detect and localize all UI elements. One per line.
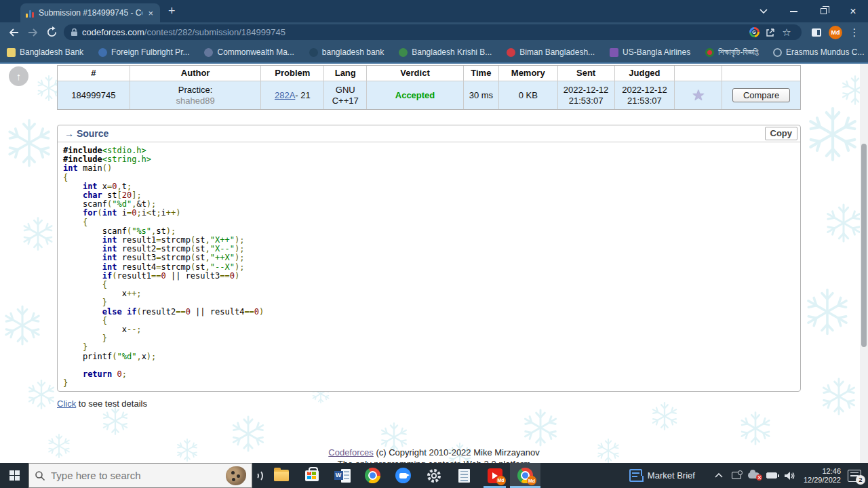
- code-line: char st[20];: [63, 191, 795, 200]
- snowflake-icon: [20, 216, 56, 254]
- action-center-icon[interactable]: 2: [848, 470, 861, 482]
- code-line: {: [63, 174, 795, 182]
- footer-codeforces-link[interactable]: Codeforces: [328, 447, 373, 458]
- bookmark-label: শিক্ষাবৃত্তি-বিজ্ঞপ্তি: [718, 47, 758, 57]
- table-header-cell: Problem: [260, 66, 323, 81]
- globe-icon: [309, 48, 318, 57]
- snowflake-icon: [823, 203, 864, 246]
- taskbar-word-icon[interactable]: W: [327, 463, 357, 488]
- bookmark-item[interactable]: Biman Bangladesh...: [507, 47, 595, 57]
- minimize-button[interactable]: [778, 0, 808, 22]
- taskbar-zoom-icon[interactable]: [388, 463, 418, 488]
- bookmark-item[interactable]: Foreign Fulbright Pr...: [98, 47, 189, 57]
- taskbar-store-icon[interactable]: [296, 463, 327, 488]
- memory-cell: 0 KB: [498, 81, 557, 109]
- tab-search-chevron-icon[interactable]: [749, 0, 778, 22]
- page-scrollbar[interactable]: [860, 64, 868, 463]
- test-details-link[interactable]: Click: [57, 399, 76, 409]
- browser-menu-icon[interactable]: ⋮: [845, 24, 864, 41]
- favorite-star-icon[interactable]: ★: [692, 88, 705, 103]
- battery-icon[interactable]: [764, 463, 780, 488]
- volume-icon[interactable]: [781, 463, 797, 488]
- taskbar-settings-icon[interactable]: [418, 463, 449, 488]
- code-line: x--;: [63, 325, 795, 334]
- globe-icon: [399, 48, 408, 57]
- bookmark-star-icon[interactable]: ☆: [778, 25, 795, 40]
- copy-button[interactable]: Copy: [765, 127, 798, 140]
- taskbar-notepad-icon[interactable]: [449, 463, 479, 488]
- taskbar-chrome-profile-icon[interactable]: Md: [510, 463, 540, 488]
- close-window-button[interactable]: ×: [838, 0, 868, 22]
- windows-logo-icon: [9, 470, 20, 481]
- search-input[interactable]: [51, 470, 226, 481]
- snowflake-icon: [803, 287, 852, 339]
- bookmark-item[interactable]: Bangladesh Bank: [7, 47, 83, 57]
- code-line: {: [63, 317, 795, 325]
- restore-button[interactable]: [808, 0, 838, 22]
- snowflake-icon: [100, 406, 130, 439]
- news-widget-label[interactable]: Market Brief: [648, 470, 695, 481]
- table-header-cell: Memory: [498, 66, 557, 81]
- side-panel-icon[interactable]: [807, 24, 826, 41]
- google-icon[interactable]: G: [746, 25, 762, 40]
- taskbar-clock[interactable]: 12:46 12/29/2022: [804, 467, 841, 485]
- bookmark-item[interactable]: শিক্ষাবৃত্তি-বিজ্ঞপ্তি: [705, 47, 758, 57]
- compare-button[interactable]: Compare: [732, 88, 790, 102]
- bookmark-item[interactable]: Erasmus Mundus C...: [773, 47, 864, 57]
- code-line: int main(): [63, 164, 795, 173]
- snowflake-icon: [1, 304, 43, 349]
- code-line: #include<string.h>: [63, 155, 795, 164]
- author-handle[interactable]: shahed89: [176, 96, 215, 106]
- bookmarks-bar: Bangladesh BankForeign Fulbright Pr...Co…: [0, 42, 868, 64]
- taskbar-youtube-profile-icon[interactable]: Md: [479, 463, 510, 488]
- table-header-cell: Lang: [323, 66, 366, 81]
- taskbar-file-explorer-icon[interactable]: [266, 463, 296, 488]
- verdict-cell[interactable]: Accepted: [366, 81, 463, 109]
- circle-icon: [507, 48, 515, 57]
- share-icon[interactable]: [762, 25, 778, 40]
- table-row: 184999745 Practice: shahed89 282A - 21 G…: [58, 81, 800, 109]
- bookmark-item[interactable]: Bangladesh Krishi B...: [399, 47, 492, 57]
- table-header-cell: #: [58, 66, 130, 81]
- code-line: printf("%d",x);: [63, 352, 795, 361]
- judged-cell: 2022-12-1221:53:07: [614, 81, 675, 109]
- author-cell: Practice: shahed89: [130, 81, 261, 109]
- author-practice-label: Practice:: [178, 85, 213, 96]
- snowflake-icon: [521, 408, 560, 450]
- tab-close-icon[interactable]: ×: [146, 8, 155, 18]
- new-tab-button[interactable]: +: [168, 4, 176, 18]
- table-header-cell: [722, 66, 800, 81]
- bookmark-item[interactable]: US-Bangla Airlines: [610, 47, 690, 57]
- taskbar-search[interactable]: [28, 463, 252, 488]
- forward-icon[interactable]: [23, 24, 42, 41]
- news-widget-icon[interactable]: [629, 469, 642, 482]
- snowflake-icon: [804, 106, 861, 165]
- start-button[interactable]: [0, 463, 28, 488]
- codeforces-favicon-icon: [26, 9, 35, 18]
- table-header-cell: Sent: [557, 66, 614, 81]
- back-icon[interactable]: [4, 24, 23, 41]
- ring-icon: [773, 48, 782, 57]
- bookmark-label: Commonwealth Ma...: [217, 47, 294, 57]
- profile-avatar[interactable]: Md: [826, 24, 845, 41]
- scrollbar-thumb[interactable]: [861, 144, 867, 347]
- table-header-cell: Time: [463, 66, 498, 81]
- browser-tab[interactable]: Submission #184999745 - Codef ×: [20, 3, 160, 22]
- taskbar-chrome-icon[interactable]: [357, 463, 388, 488]
- bookmark-label: bangladesh bank: [322, 47, 384, 57]
- scroll-to-top-button[interactable]: ↑: [9, 66, 28, 86]
- tab-title: Submission #184999745 - Codef: [39, 8, 142, 18]
- tray-chevron-icon[interactable]: [711, 463, 727, 488]
- page-content: ↑ #AuthorProblemLangVerdictTimeMemorySen…: [0, 64, 868, 463]
- address-bar[interactable]: codeforces.com/contest/282/submission/18…: [64, 24, 802, 40]
- windows-taskbar: W Md Md Market Brief 12:46 12/29/2022: [0, 463, 868, 488]
- tray-snip-icon[interactable]: [728, 463, 745, 488]
- sent-cell: 2022-12-1221:53:07: [557, 81, 614, 109]
- reload-icon[interactable]: [42, 24, 61, 41]
- onedrive-error-icon[interactable]: [746, 463, 762, 488]
- bookmark-item[interactable]: Commonwealth Ma...: [204, 47, 294, 57]
- problem-link[interactable]: 282A: [275, 90, 295, 101]
- search-highlights-butterfly-icon[interactable]: [226, 466, 246, 485]
- bookmark-item[interactable]: bangladesh bank: [309, 47, 384, 57]
- snowflake-icon: [650, 401, 679, 434]
